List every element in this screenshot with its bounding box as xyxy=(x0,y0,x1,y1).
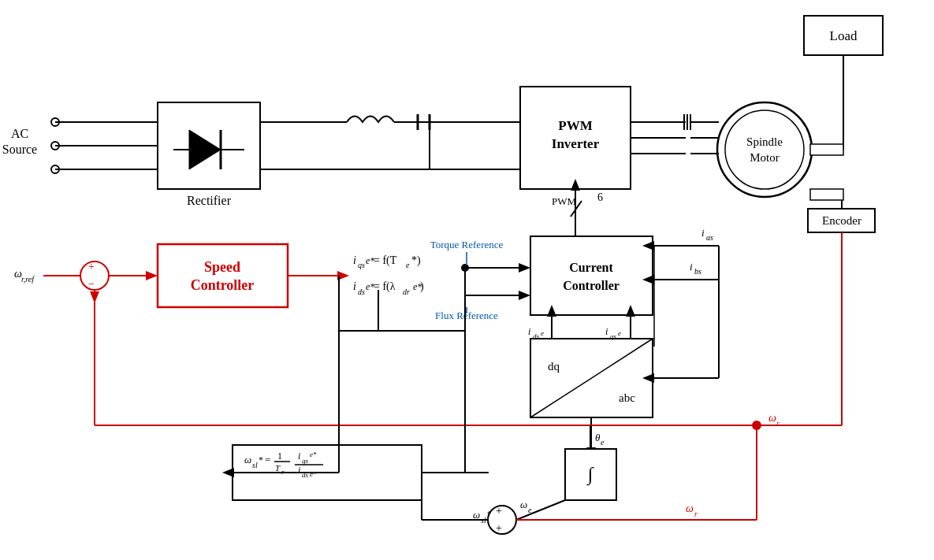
speed-controller-label1: Speed xyxy=(204,259,240,275)
current-controller-label1: Current xyxy=(569,261,613,274)
speed-controller-box xyxy=(158,244,288,307)
i-bs-label: i xyxy=(690,261,693,273)
inductor-symbol xyxy=(347,117,394,123)
arrow-feedback xyxy=(90,291,99,303)
current-controller-label2: Controller xyxy=(563,279,620,292)
arrow-omega-sl xyxy=(222,468,234,477)
omega-sl-star2: * xyxy=(487,509,492,518)
encoder-label: Encoder xyxy=(822,214,861,227)
arrow4 xyxy=(519,291,530,300)
omega-r-sub: r xyxy=(776,419,780,428)
ids-den-sup: e* xyxy=(310,470,317,478)
omega-sl-sub: sl xyxy=(252,461,258,469)
speed-controller-label2: Controller xyxy=(191,277,255,293)
ac-source-label2: Source xyxy=(2,143,37,156)
omega-r-sub2: r xyxy=(694,510,698,518)
omega-r-label: ω xyxy=(768,412,776,424)
ids-e-sup: e xyxy=(541,329,544,337)
ids-e-label: i xyxy=(528,326,530,337)
rectifier-label: Rectifier xyxy=(187,194,232,207)
omega-sl-eq: = xyxy=(265,454,270,465)
omega-e-label: ω xyxy=(520,499,527,510)
eq2: i xyxy=(353,280,356,292)
one: 1 xyxy=(277,451,282,462)
i-as-label: i xyxy=(701,227,705,239)
current-controller-box xyxy=(530,236,653,315)
omega-sl-star-label: ω xyxy=(473,509,480,521)
tr-label: T xyxy=(275,463,281,473)
iqs-e-label: i xyxy=(605,326,608,337)
lower-sum-junction xyxy=(488,506,516,534)
spindle-motor-label1: Spindle xyxy=(746,135,783,148)
eq2-dr: dr xyxy=(403,287,410,296)
eq1-te: e xyxy=(406,261,410,269)
omega-sl-star: * xyxy=(259,454,263,465)
pwm-inverter-label1: PWM xyxy=(558,118,592,133)
iqs-num-sub: qs xyxy=(302,457,309,465)
ac-source-label: AC xyxy=(11,127,28,140)
omega-r-ref-sub: r,ref xyxy=(21,275,35,284)
eq1-eq: = f(T xyxy=(374,254,397,267)
plus-sign: + xyxy=(88,261,95,273)
lower-plus2: + xyxy=(496,522,502,534)
summing-junction xyxy=(80,261,109,290)
spindle-motor-label2: Motor xyxy=(750,151,780,164)
omega-sl-formula: ω xyxy=(244,454,251,465)
eq2-paren: ) xyxy=(420,280,424,293)
i-bs-sub: bs xyxy=(694,267,701,276)
abc-label: abc xyxy=(619,391,635,404)
block-diagram: AC Source Rectifier PWM Inverter Spindle… xyxy=(0,0,934,560)
torque-ref-label: Torque Reference xyxy=(430,239,504,250)
omega-r-label2: ω xyxy=(686,503,694,514)
lower-shaft-rect xyxy=(810,189,843,200)
eq1: i xyxy=(353,254,356,266)
integral-symbol: ∫ xyxy=(586,464,594,486)
pwm-signal-label: PWM xyxy=(552,195,577,207)
eq2-eq: = f(λ xyxy=(374,280,396,293)
minus-sign: − xyxy=(88,278,95,290)
i-as-sub: as xyxy=(706,233,713,242)
eq1-sub: qs xyxy=(358,261,365,269)
eq2-sub: ds xyxy=(358,287,365,296)
eq1-star: *) xyxy=(411,254,421,267)
six-label: 6 xyxy=(597,191,603,203)
theta-sub: e xyxy=(601,438,605,447)
ids-den: i xyxy=(298,465,300,476)
arrow1 xyxy=(146,271,158,280)
ids-e-sub: ds xyxy=(533,332,540,340)
dq-label: dq xyxy=(548,360,560,373)
arrow3 xyxy=(519,263,530,273)
iqs-num-sup: e* xyxy=(310,451,317,458)
iqs-num: i xyxy=(298,451,300,462)
lower-plus1: + xyxy=(496,505,502,517)
iqs-e-sup: e xyxy=(618,329,621,337)
iqs-e-sub: qs xyxy=(610,332,617,340)
theta-e-label: θ xyxy=(595,432,601,443)
pwm-inverter-label2: Inverter xyxy=(552,136,600,151)
shaft-rect xyxy=(810,144,843,155)
spindle-motor-inner xyxy=(725,110,804,189)
load-label: Load xyxy=(830,28,858,43)
